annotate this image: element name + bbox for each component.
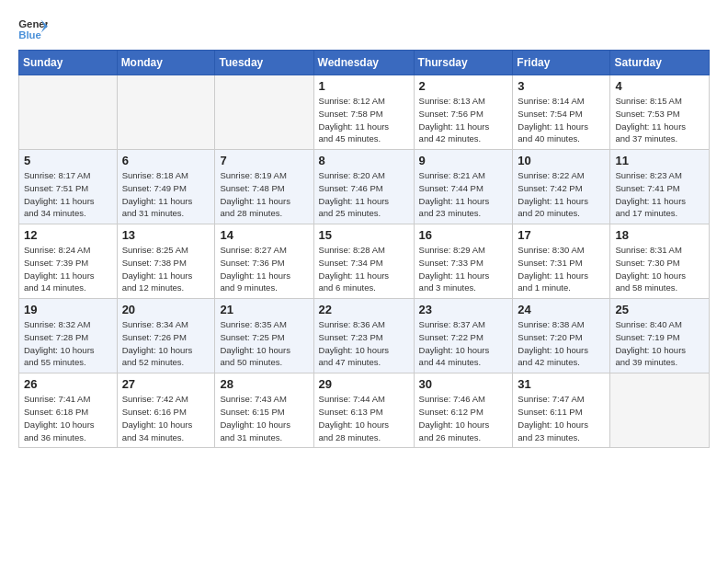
day-info: Sunrise: 7:41 AM Sunset: 6:18 PM Dayligh…	[24, 393, 112, 443]
calendar-cell: 23Sunrise: 8:37 AM Sunset: 7:22 PM Dayli…	[414, 299, 513, 373]
day-number: 22	[319, 303, 409, 316]
day-number: 10	[518, 154, 605, 167]
calendar-cell: 9Sunrise: 8:21 AM Sunset: 7:44 PM Daylig…	[414, 150, 513, 224]
calendar-cell: 4Sunrise: 8:15 AM Sunset: 7:53 PM Daylig…	[610, 75, 710, 150]
col-header-thursday: Thursday	[414, 51, 513, 75]
day-number: 18	[615, 228, 704, 242]
logo: General Blue	[18, 17, 51, 42]
calendar-cell: 16Sunrise: 8:29 AM Sunset: 7:33 PM Dayli…	[414, 224, 513, 299]
day-number: 26	[24, 377, 112, 391]
day-number: 30	[419, 377, 508, 391]
day-number: 11	[615, 154, 704, 167]
calendar-cell: 6Sunrise: 8:18 AM Sunset: 7:49 PM Daylig…	[117, 150, 215, 224]
day-info: Sunrise: 8:40 AM Sunset: 7:19 PM Dayligh…	[615, 318, 704, 369]
calendar-cell: 17Sunrise: 8:30 AM Sunset: 7:31 PM Dayli…	[513, 224, 610, 299]
calendar-cell: 27Sunrise: 7:42 AM Sunset: 6:16 PM Dayli…	[117, 373, 215, 448]
page: General Blue SundayMondayTuesdayWednesda…	[0, 0, 728, 457]
calendar-cell: 25Sunrise: 8:40 AM Sunset: 7:19 PM Dayli…	[610, 299, 710, 373]
day-info: Sunrise: 8:34 AM Sunset: 7:26 PM Dayligh…	[122, 318, 210, 369]
day-info: Sunrise: 7:42 AM Sunset: 6:16 PM Dayligh…	[122, 393, 210, 443]
day-number: 24	[518, 303, 605, 316]
day-info: Sunrise: 8:24 AM Sunset: 7:39 PM Dayligh…	[24, 244, 112, 294]
calendar-cell: 11Sunrise: 8:23 AM Sunset: 7:41 PM Dayli…	[610, 150, 710, 224]
calendar-cell: 12Sunrise: 8:24 AM Sunset: 7:39 PM Dayli…	[19, 224, 118, 299]
calendar-cell	[610, 373, 710, 448]
calendar-table: SundayMondayTuesdayWednesdayThursdayFrid…	[18, 50, 710, 448]
day-number: 3	[518, 79, 605, 93]
day-info: Sunrise: 8:22 AM Sunset: 7:42 PM Dayligh…	[518, 169, 605, 220]
day-info: Sunrise: 8:25 AM Sunset: 7:38 PM Dayligh…	[122, 244, 210, 294]
svg-text:Blue: Blue	[18, 29, 41, 40]
calendar-week-1: 1Sunrise: 8:12 AM Sunset: 7:58 PM Daylig…	[19, 75, 710, 150]
day-number: 27	[122, 377, 210, 391]
day-number: 14	[220, 228, 308, 242]
day-info: Sunrise: 8:19 AM Sunset: 7:48 PM Dayligh…	[220, 169, 308, 220]
day-number: 5	[24, 154, 112, 167]
day-info: Sunrise: 7:44 AM Sunset: 6:13 PM Dayligh…	[319, 393, 409, 443]
calendar-week-3: 12Sunrise: 8:24 AM Sunset: 7:39 PM Dayli…	[19, 224, 710, 299]
day-info: Sunrise: 7:47 AM Sunset: 6:11 PM Dayligh…	[518, 393, 605, 443]
day-info: Sunrise: 8:35 AM Sunset: 7:25 PM Dayligh…	[220, 318, 308, 369]
day-info: Sunrise: 8:14 AM Sunset: 7:54 PM Dayligh…	[518, 95, 605, 145]
day-info: Sunrise: 8:17 AM Sunset: 7:51 PM Dayligh…	[24, 169, 112, 220]
calendar-cell	[117, 75, 215, 150]
day-number: 28	[220, 377, 308, 391]
calendar-cell: 21Sunrise: 8:35 AM Sunset: 7:25 PM Dayli…	[215, 299, 313, 373]
col-header-wednesday: Wednesday	[313, 51, 414, 75]
day-info: Sunrise: 8:31 AM Sunset: 7:30 PM Dayligh…	[615, 244, 704, 294]
logo-icon: General Blue	[18, 17, 48, 42]
day-info: Sunrise: 8:15 AM Sunset: 7:53 PM Dayligh…	[615, 95, 704, 145]
calendar-cell: 24Sunrise: 8:38 AM Sunset: 7:20 PM Dayli…	[513, 299, 610, 373]
day-info: Sunrise: 8:23 AM Sunset: 7:41 PM Dayligh…	[615, 169, 704, 220]
calendar-cell: 22Sunrise: 8:36 AM Sunset: 7:23 PM Dayli…	[313, 299, 414, 373]
day-info: Sunrise: 8:32 AM Sunset: 7:28 PM Dayligh…	[24, 318, 112, 369]
calendar-cell: 28Sunrise: 7:43 AM Sunset: 6:15 PM Dayli…	[215, 373, 313, 448]
calendar-cell: 3Sunrise: 8:14 AM Sunset: 7:54 PM Daylig…	[513, 75, 610, 150]
calendar-cell: 8Sunrise: 8:20 AM Sunset: 7:46 PM Daylig…	[313, 150, 414, 224]
calendar-cell	[215, 75, 313, 150]
day-info: Sunrise: 8:12 AM Sunset: 7:58 PM Dayligh…	[319, 95, 409, 145]
day-number: 21	[220, 303, 308, 316]
day-info: Sunrise: 8:27 AM Sunset: 7:36 PM Dayligh…	[220, 244, 308, 294]
day-info: Sunrise: 8:29 AM Sunset: 7:33 PM Dayligh…	[419, 244, 508, 294]
calendar-week-4: 19Sunrise: 8:32 AM Sunset: 7:28 PM Dayli…	[19, 299, 710, 373]
day-info: Sunrise: 7:43 AM Sunset: 6:15 PM Dayligh…	[220, 393, 308, 443]
day-info: Sunrise: 8:37 AM Sunset: 7:22 PM Dayligh…	[419, 318, 508, 369]
calendar-cell: 30Sunrise: 7:46 AM Sunset: 6:12 PM Dayli…	[414, 373, 513, 448]
day-number: 4	[615, 79, 704, 93]
day-number: 15	[319, 228, 409, 242]
calendar-cell: 26Sunrise: 7:41 AM Sunset: 6:18 PM Dayli…	[19, 373, 118, 448]
day-number: 1	[319, 79, 409, 93]
day-number: 17	[518, 228, 605, 242]
day-info: Sunrise: 8:21 AM Sunset: 7:44 PM Dayligh…	[419, 169, 508, 220]
day-number: 7	[220, 154, 308, 167]
day-info: Sunrise: 8:18 AM Sunset: 7:49 PM Dayligh…	[122, 169, 210, 220]
calendar-week-5: 26Sunrise: 7:41 AM Sunset: 6:18 PM Dayli…	[19, 373, 710, 448]
day-number: 29	[319, 377, 409, 391]
calendar-cell: 18Sunrise: 8:31 AM Sunset: 7:30 PM Dayli…	[610, 224, 710, 299]
calendar-cell: 31Sunrise: 7:47 AM Sunset: 6:11 PM Dayli…	[513, 373, 610, 448]
col-header-friday: Friday	[513, 51, 610, 75]
day-info: Sunrise: 8:28 AM Sunset: 7:34 PM Dayligh…	[319, 244, 409, 294]
day-number: 25	[615, 303, 704, 316]
calendar-cell: 13Sunrise: 8:25 AM Sunset: 7:38 PM Dayli…	[117, 224, 215, 299]
day-number: 13	[122, 228, 210, 242]
day-info: Sunrise: 8:38 AM Sunset: 7:20 PM Dayligh…	[518, 318, 605, 369]
day-number: 19	[24, 303, 112, 316]
day-number: 31	[518, 377, 605, 391]
day-number: 8	[319, 154, 409, 167]
calendar-cell	[19, 75, 118, 150]
col-header-monday: Monday	[117, 51, 215, 75]
day-info: Sunrise: 7:46 AM Sunset: 6:12 PM Dayligh…	[419, 393, 508, 443]
calendar-cell: 10Sunrise: 8:22 AM Sunset: 7:42 PM Dayli…	[513, 150, 610, 224]
day-info: Sunrise: 8:13 AM Sunset: 7:56 PM Dayligh…	[419, 95, 508, 145]
day-number: 9	[419, 154, 508, 167]
calendar-cell: 7Sunrise: 8:19 AM Sunset: 7:48 PM Daylig…	[215, 150, 313, 224]
day-info: Sunrise: 8:36 AM Sunset: 7:23 PM Dayligh…	[319, 318, 409, 369]
calendar-cell: 19Sunrise: 8:32 AM Sunset: 7:28 PM Dayli…	[19, 299, 118, 373]
day-info: Sunrise: 8:20 AM Sunset: 7:46 PM Dayligh…	[319, 169, 409, 220]
calendar-cell: 29Sunrise: 7:44 AM Sunset: 6:13 PM Dayli…	[313, 373, 414, 448]
calendar-header-row: SundayMondayTuesdayWednesdayThursdayFrid…	[19, 51, 710, 75]
calendar-week-2: 5Sunrise: 8:17 AM Sunset: 7:51 PM Daylig…	[19, 150, 710, 224]
calendar-cell: 5Sunrise: 8:17 AM Sunset: 7:51 PM Daylig…	[19, 150, 118, 224]
